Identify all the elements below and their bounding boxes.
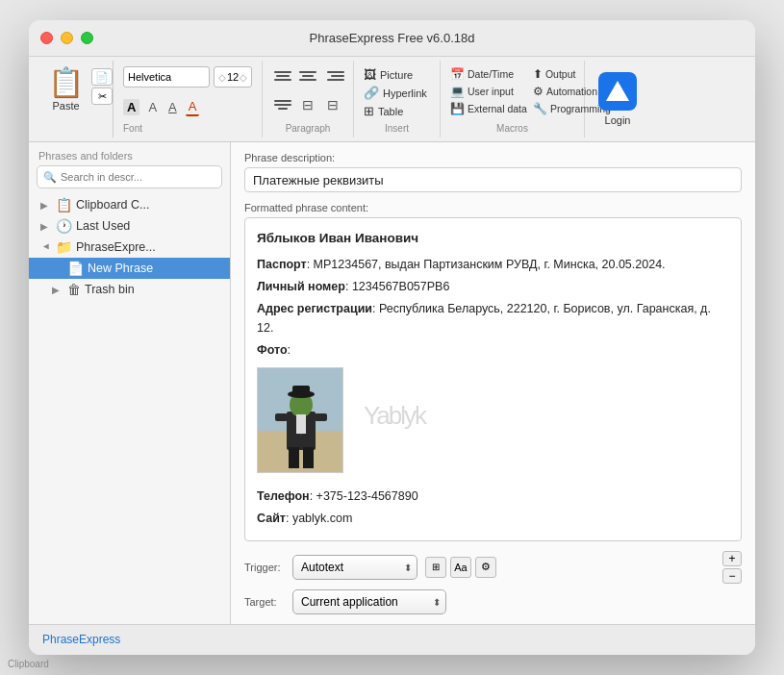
close-button[interactable] xyxy=(40,32,53,44)
sidebar-item-phraseexpress[interactable]: ▼ 📁 PhraseExpre... xyxy=(29,237,230,258)
bold-button[interactable]: A xyxy=(123,99,139,115)
svg-rect-10 xyxy=(292,386,310,397)
content-line-2: Личный номер: 1234567В057РВ6 xyxy=(257,277,729,296)
content-line-3: Адрес регистрации: Республика Беларусь, … xyxy=(257,299,729,338)
trigger-select-wrapper[interactable]: Autotext Hotkey Macro Disabled ⬍ xyxy=(292,555,417,580)
expand-icon: ▶ xyxy=(40,200,52,211)
paragraph-section: ⊟ ⊟ Paragraph xyxy=(263,61,354,138)
add-remove-btns: + − xyxy=(722,551,742,584)
right-panel: Phrase description: Formatted phrase con… xyxy=(231,142,755,624)
content-line-6: Сайт: yablyk.com xyxy=(257,509,729,528)
search-input[interactable] xyxy=(61,171,215,183)
sidebar-item-clipboard[interactable]: ▶ 📋 Clipboard C... xyxy=(29,194,230,215)
align-right-button[interactable] xyxy=(321,66,344,86)
photo-section: Yablyk xyxy=(257,367,729,479)
sidebar-item-lastused[interactable]: ▶ 🕐 Last Used xyxy=(29,215,230,237)
macros-section: 📅 Date/Time ⬆ Output 💻 User input ⚙ Auto… xyxy=(441,61,585,138)
content-line-1: Паспорт: МР1234567, выдан Партизанским Р… xyxy=(257,255,729,274)
paste-label: Paste xyxy=(52,100,79,112)
newphrase-icon: 📄 xyxy=(67,261,84,276)
expand-icon: ▼ xyxy=(41,241,52,253)
target-row: Target: Current application All applicat… xyxy=(244,589,742,614)
font-row1: ◇ 12 ◇ xyxy=(123,66,252,88)
macros-label: Macros xyxy=(496,123,528,134)
align-center-button[interactable] xyxy=(296,66,319,86)
table-label: Table xyxy=(378,106,403,117)
phrase-description-input[interactable] xyxy=(244,167,742,192)
expand-icon: ▶ xyxy=(40,221,52,232)
statusbar-link[interactable]: PhraseExpress xyxy=(42,633,120,646)
add-trigger-button[interactable]: + xyxy=(722,551,742,566)
userinput-label: User input xyxy=(468,86,514,97)
man-figure-svg xyxy=(258,368,343,473)
output-icon: ⬆ xyxy=(533,67,543,81)
macros-externaldata-button[interactable]: 💾 External data xyxy=(448,101,529,116)
sidebar: Phrases and folders 🔍 ▶ 📋 Clipboard C...… xyxy=(29,142,231,624)
highlight-button[interactable]: A xyxy=(186,98,200,116)
insert-hyperlink-button[interactable]: 🔗 Hyperlink xyxy=(362,85,429,101)
output-label: Output xyxy=(545,68,576,80)
statusbar: PhraseExpress xyxy=(29,624,755,655)
insert-table-button[interactable]: ⊞ Table xyxy=(362,103,405,119)
automation-icon: ⚙ xyxy=(533,85,544,98)
formatted-content-box[interactable]: Яблыков Иван Иванович Паспорт: МР1234567… xyxy=(244,217,742,541)
picture-icon: 🖼 xyxy=(364,67,376,82)
content-body: Паспорт: МР1234567, выдан Партизанским Р… xyxy=(257,255,729,528)
sidebar-header: Phrases and folders xyxy=(29,142,230,165)
sidebar-item-newphrase[interactable]: 📄 New Phrase xyxy=(29,258,230,279)
trigger-label: Trigger: xyxy=(244,562,287,573)
sidebar-item-label: New Phrase xyxy=(88,262,153,275)
svg-rect-4 xyxy=(289,447,299,468)
main-window: PhraseExpress Free v6.0.18d 📋 Paste 📄 ✂ … xyxy=(29,20,755,655)
trigger-select[interactable]: Autotext Hotkey Macro Disabled xyxy=(292,555,417,580)
phraseexpress-icon: 📁 xyxy=(56,239,72,255)
insert-picture-button[interactable]: 🖼 Picture xyxy=(362,66,415,83)
macros-userinput-button[interactable]: 💻 User input xyxy=(448,84,529,99)
sidebar-item-label: Last Used xyxy=(76,219,130,233)
insert-section: 🖼 Picture 🔗 Hyperlink ⊞ Table Insert xyxy=(354,61,441,138)
italic-button[interactable]: A xyxy=(145,99,160,115)
formatted-content-label: Formatted phrase content: xyxy=(244,202,742,213)
expand-icon: ▶ xyxy=(52,285,63,295)
font-label: Font xyxy=(123,123,142,134)
externaldata-label: External data xyxy=(468,103,527,114)
search-box[interactable]: 🔍 xyxy=(37,165,222,188)
phrase-description-label: Phrase description: xyxy=(244,152,742,163)
trigger-icon-btn-3[interactable]: ⚙ xyxy=(475,557,496,578)
underline-button[interactable]: A xyxy=(165,99,180,115)
sidebar-item-trashbin[interactable]: ▶ 🗑 Trash bin xyxy=(29,279,230,300)
hyperlink-label: Hyperlink xyxy=(383,88,427,99)
sidebar-item-label: Clipboard C... xyxy=(76,198,149,212)
svg-rect-6 xyxy=(275,413,288,421)
remove-trigger-button[interactable]: − xyxy=(722,568,742,584)
insert-label: Insert xyxy=(385,123,409,134)
minimize-button[interactable] xyxy=(61,32,73,44)
picture-label: Picture xyxy=(380,69,413,81)
login-section[interactable]: Login xyxy=(585,61,650,138)
sidebar-item-label: PhraseExpre... xyxy=(76,240,156,254)
toolbar: 📋 Paste 📄 ✂ Clipboard ◇ 12 ◇ A xyxy=(29,57,755,142)
align-left-button[interactable] xyxy=(271,66,294,86)
login-icon-svg xyxy=(604,78,631,105)
trashbin-icon: 🗑 xyxy=(67,282,81,297)
lastused-icon: 🕐 xyxy=(56,218,72,234)
svg-marker-0 xyxy=(606,81,629,101)
para-btn-3[interactable]: ⊟ xyxy=(321,95,344,114)
font-name-input[interactable] xyxy=(123,66,210,88)
maximize-button[interactable] xyxy=(81,32,93,44)
para-btn-2[interactable]: ⊟ xyxy=(296,95,319,114)
clipboard-copy-btn[interactable]: 📄 xyxy=(91,68,113,86)
macros-datetime-button[interactable]: 📅 Date/Time xyxy=(448,66,529,82)
trigger-icon-btn-1[interactable]: ⊞ xyxy=(425,557,446,578)
para-btn-1[interactable] xyxy=(271,95,294,114)
font-size-box[interactable]: ◇ 12 ◇ xyxy=(214,66,252,88)
datetime-label: Date/Time xyxy=(468,68,514,80)
content-line-5: Телефон: +375-123-4567890 xyxy=(257,487,729,506)
target-select[interactable]: Current application All applications Spe… xyxy=(292,589,446,614)
login-icon xyxy=(598,72,637,111)
clipboard-cut-btn[interactable]: ✂ xyxy=(91,88,113,105)
trigger-icon-btn-2[interactable]: Aa xyxy=(450,557,471,578)
photo-image xyxy=(257,367,343,473)
target-select-wrapper[interactable]: Current application All applications Spe… xyxy=(292,589,446,614)
paste-button[interactable]: 📋 Paste xyxy=(44,64,88,113)
